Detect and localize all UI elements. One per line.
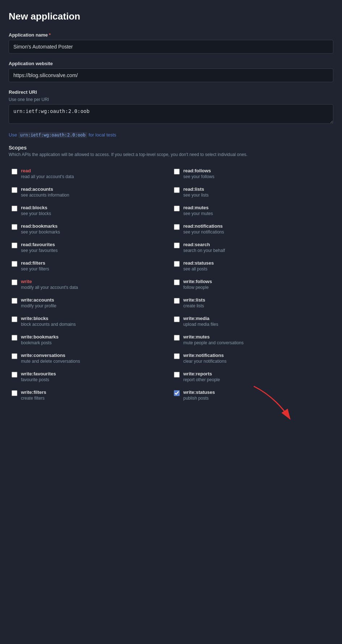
scope-description: create filters: [21, 396, 46, 401]
scope-description: see your notifications: [183, 230, 224, 235]
scope-description: search on your behalf: [183, 248, 225, 253]
scope-name: write:conversations: [21, 353, 80, 358]
scope-name: write:filters: [21, 390, 46, 395]
scope-checkbox[interactable]: [12, 353, 17, 359]
scope-item: write:mutesmute people and conversations: [171, 331, 333, 349]
scope-description: see your blocks: [21, 211, 51, 216]
app-website-field: Application website: [9, 61, 333, 82]
scope-checkbox[interactable]: [174, 316, 180, 322]
app-website-input[interactable]: [9, 68, 333, 82]
scope-description: see your lists: [183, 193, 209, 198]
scope-checkbox[interactable]: [174, 243, 180, 248]
scope-description: see accounts information: [21, 193, 69, 198]
scope-checkbox[interactable]: [174, 335, 180, 341]
scopes-section: Scopes Which APIs the application will b…: [9, 145, 333, 404]
scope-item: write:reportsreport other people: [171, 367, 333, 386]
scope-description: see your follows: [183, 174, 214, 179]
scope-item: write:filterscreate filters: [9, 386, 171, 404]
scope-name: write:statuses: [183, 390, 215, 395]
scope-description: bookmark posts: [21, 340, 59, 345]
scope-checkbox[interactable]: [12, 298, 17, 304]
scope-checkbox[interactable]: [174, 261, 180, 267]
scope-item: readread all your account's data: [9, 164, 171, 183]
scope-description: block accounts and domains: [21, 322, 76, 327]
scope-item: read:filterssee your filters: [9, 257, 171, 275]
scope-checkbox[interactable]: [174, 390, 180, 396]
scope-name: read:filters: [21, 260, 49, 266]
redirect-uri-field: Redirect URI Use one line per URI urn:ie…: [9, 89, 333, 125]
scope-name: read:search: [183, 242, 225, 247]
scope-checkbox[interactable]: [12, 279, 17, 285]
scope-item: read:mutessee your mutes: [171, 201, 333, 220]
scope-item: write:notificationsclear your notificati…: [171, 349, 333, 367]
scope-name: write: [21, 279, 78, 284]
scope-name: read:bookmarks: [21, 223, 60, 229]
scope-name: write:accounts: [21, 297, 56, 303]
scope-checkbox[interactable]: [174, 224, 180, 230]
scope-description: see your favourites: [21, 248, 57, 253]
scope-description: mute and delete conversations: [21, 359, 80, 364]
app-name-input[interactable]: [9, 40, 333, 54]
scope-description: publish posts: [183, 396, 215, 401]
scope-name: write:bookmarks: [21, 334, 59, 340]
scope-description: create lists: [183, 303, 205, 308]
scope-item: write:favouritesfavourite posts: [9, 367, 171, 386]
scope-name: write:reports: [183, 371, 220, 376]
redirect-uri-label: Redirect URI: [9, 89, 333, 95]
scope-checkbox[interactable]: [12, 335, 17, 341]
scope-name: write:notifications: [183, 353, 226, 358]
scope-description: favourite posts: [21, 377, 56, 382]
scope-checkbox[interactable]: [174, 187, 180, 193]
scope-item: read:statusessee all posts: [171, 257, 333, 275]
redirect-uri-input[interactable]: urn:ietf:wg:oauth:2.0:oob: [9, 104, 333, 124]
scope-item: read:followssee your follows: [171, 164, 333, 183]
scope-item: writemodify all your account's data: [9, 275, 171, 294]
scope-description: see your mutes: [183, 211, 213, 216]
scope-description: upload media files: [183, 322, 218, 327]
scope-item: write:followsfollow people: [171, 275, 333, 294]
scope-name: read:mutes: [183, 205, 213, 210]
scopes-title: Scopes: [9, 145, 333, 151]
scope-item: write:mediaupload media files: [171, 312, 333, 331]
scope-checkbox[interactable]: [12, 187, 17, 193]
scope-description: read all your account's data: [21, 174, 74, 179]
scope-name: write:media: [183, 316, 218, 321]
scope-description: clear your notifications: [183, 359, 226, 364]
scope-name: read:accounts: [21, 186, 69, 192]
scope-checkbox[interactable]: [174, 298, 180, 304]
redirect-uri-sublabel: Use one line per URI: [9, 97, 333, 102]
scope-name: read: [21, 168, 74, 173]
scope-checkbox[interactable]: [12, 261, 17, 267]
page-title: New application: [9, 11, 333, 22]
scopes-desc: Which APIs the application will be allow…: [9, 152, 333, 157]
scope-checkbox[interactable]: [174, 372, 180, 378]
scope-name: write:mutes: [183, 334, 244, 340]
scope-checkbox[interactable]: [174, 279, 180, 285]
scope-item: write:conversationsmute and delete conve…: [9, 349, 171, 367]
scope-item: write:statusespublish posts: [171, 386, 333, 404]
scope-name: read:blocks: [21, 205, 51, 210]
scope-checkbox[interactable]: [174, 353, 180, 359]
scope-name: read:lists: [183, 186, 209, 192]
scope-name: read:favourites: [21, 242, 57, 247]
scope-checkbox[interactable]: [12, 243, 17, 248]
scope-checkbox[interactable]: [12, 206, 17, 211]
scope-checkbox[interactable]: [12, 169, 17, 174]
scope-item: read:favouritessee your favourites: [9, 238, 171, 257]
scopes-grid: readread all your account's dataread:fol…: [9, 164, 333, 404]
scope-checkbox[interactable]: [12, 224, 17, 230]
scope-checkbox[interactable]: [12, 316, 17, 322]
scope-checkbox[interactable]: [174, 206, 180, 211]
scope-checkbox[interactable]: [174, 169, 180, 174]
scope-item: read:bookmarkssee your bookmarks: [9, 220, 171, 238]
scope-description: modify all your account's data: [21, 285, 78, 290]
scope-description: follow people: [183, 285, 212, 290]
scope-name: read:notifications: [183, 223, 224, 229]
scope-checkbox[interactable]: [12, 372, 17, 378]
scope-name: read:follows: [183, 168, 214, 173]
scope-checkbox[interactable]: [12, 390, 17, 396]
scope-description: see your filters: [21, 266, 49, 272]
scope-item: write:blocksblock accounts and domains: [9, 312, 171, 331]
scope-description: report other people: [183, 377, 220, 382]
scope-item: write:bookmarksbookmark posts: [9, 331, 171, 349]
